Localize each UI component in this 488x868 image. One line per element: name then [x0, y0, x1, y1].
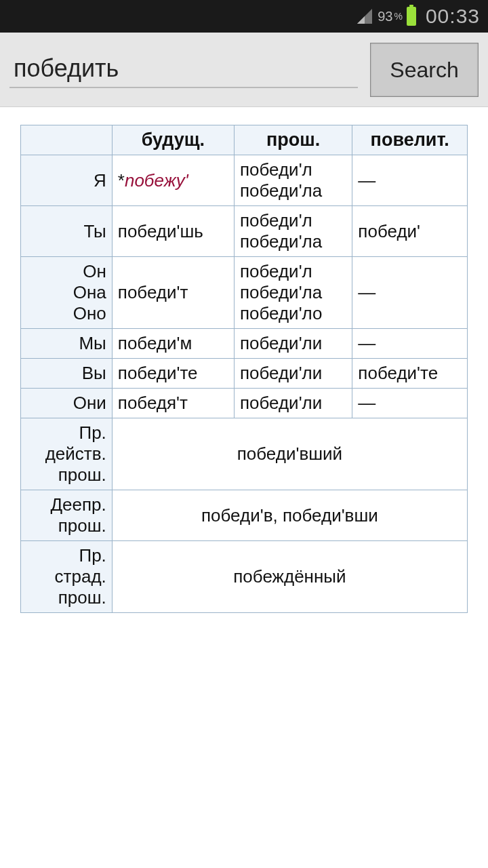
battery-percent: 93: [378, 9, 392, 24]
row-label: Пр.действ.прош.: [21, 418, 113, 490]
cell-past: победи'лпобеди'ла: [234, 155, 352, 206]
row-label: Деепр.прош.: [21, 490, 113, 541]
content-area: будущ. прош. повелит. Я*побежу'победи'лп…: [0, 107, 488, 631]
cell-future: победи'те: [112, 359, 234, 389]
row-label: Я: [21, 155, 113, 206]
cell-past: победи'ли: [234, 359, 352, 389]
cell-imperative: —: [352, 389, 468, 418]
cell-imperative: победи': [352, 206, 468, 257]
table-row: Пр.страд.прош.побеждённый: [21, 541, 468, 613]
cell-merged: победи'вший: [112, 418, 467, 490]
header-empty: [21, 125, 113, 155]
cell-future: победи'т: [112, 257, 234, 329]
table-row: Выпобеди'тепобеди'липобеди'те: [21, 359, 468, 389]
table-row: Мыпобеди'мпобеди'ли—: [21, 329, 468, 359]
cell-future: *побежу': [112, 155, 234, 206]
status-bar: 93 % 00:33: [0, 0, 488, 33]
cell-imperative: —: [352, 257, 468, 329]
table-row: Пр.действ.прош.победи'вший: [21, 418, 468, 490]
cell-merged: побеждённый: [112, 541, 467, 613]
search-input[interactable]: [9, 52, 358, 88]
search-button[interactable]: Search: [370, 43, 479, 97]
table-header-row: будущ. прош. повелит.: [21, 125, 468, 155]
cell-past: победи'ли: [234, 389, 352, 418]
cell-future: победи'шь: [112, 206, 234, 257]
row-label: Они: [21, 389, 113, 418]
battery-percent-sign: %: [394, 11, 402, 22]
header-imperative: повелит.: [352, 125, 468, 155]
table-row: ОнОнаОнопобеди'тпобеди'лпобеди'лапобеди'…: [21, 257, 468, 329]
row-label: Ты: [21, 206, 113, 257]
cell-future: победи'м: [112, 329, 234, 359]
row-label: Мы: [21, 329, 113, 359]
row-label: Вы: [21, 359, 113, 389]
cell-past: победи'ли: [234, 329, 352, 359]
header-past: прош.: [234, 125, 352, 155]
battery-icon: [407, 7, 416, 26]
table-row: Я*побежу'победи'лпобеди'ла—: [21, 155, 468, 206]
clock: 00:33: [426, 5, 480, 28]
table-row: Деепр.прош.победи'в, победи'вши: [21, 490, 468, 541]
cell-past: победи'лпобеди'лапобеди'ло: [234, 257, 352, 329]
cell-past: победи'лпобеди'ла: [234, 206, 352, 257]
search-bar: Search: [0, 33, 488, 107]
row-label: ОнОнаОно: [21, 257, 113, 329]
cell-imperative: победи'те: [352, 359, 468, 389]
signal-icon: [357, 9, 372, 24]
table-row: Онипобедя'тпобеди'ли—: [21, 389, 468, 418]
header-future: будущ.: [112, 125, 234, 155]
cell-future: победя'т: [112, 389, 234, 418]
cell-merged: победи'в, победи'вши: [112, 490, 467, 541]
cell-imperative: —: [352, 329, 468, 359]
conjugation-table: будущ. прош. повелит. Я*побежу'победи'лп…: [20, 125, 468, 613]
row-label: Пр.страд.прош.: [21, 541, 113, 613]
cell-imperative: —: [352, 155, 468, 206]
table-row: Тыпобеди'шьпобеди'лпобеди'лапобеди': [21, 206, 468, 257]
